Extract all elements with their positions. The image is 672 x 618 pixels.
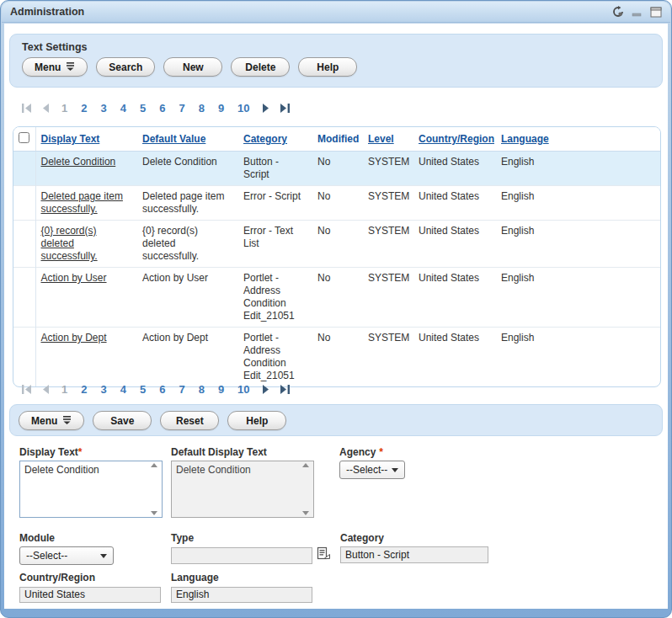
maximize-icon[interactable] — [650, 7, 662, 18]
menu-button[interactable]: Menu — [19, 411, 84, 430]
table-row: Deleted page item successfully.Deleted p… — [13, 186, 660, 221]
scroll-up-icon[interactable] — [302, 463, 309, 467]
type-label: Type — [171, 532, 331, 544]
page-link-6[interactable]: 6 — [159, 383, 165, 396]
page-link-9[interactable]: 9 — [218, 383, 224, 396]
help-button[interactable]: Help — [227, 411, 286, 430]
page-link-8[interactable]: 8 — [199, 383, 205, 396]
header-modified: Modified — [312, 127, 363, 152]
header-country[interactable]: Country/Region — [413, 127, 496, 152]
textarea-scrollbar[interactable] — [300, 463, 312, 515]
first-page-icon — [21, 385, 32, 394]
display-text-link[interactable]: Delete Condition — [41, 156, 116, 168]
display-text-cell: Action by User — [35, 268, 137, 328]
display-text-link[interactable]: {0} record(s) deleted successfully. — [41, 225, 98, 262]
header-language[interactable]: Language — [496, 127, 660, 152]
header-level[interactable]: Level — [363, 127, 413, 152]
module-select[interactable]: --Select-- — [19, 546, 114, 565]
titlebar: Administration — [2, 2, 670, 23]
page-link-10[interactable]: 10 — [237, 102, 249, 115]
header-category[interactable]: Category — [238, 127, 312, 152]
language-cell: English — [496, 152, 660, 186]
page-link-8[interactable]: 8 — [199, 102, 205, 115]
agency-select[interactable]: --Select-- — [339, 461, 405, 479]
select-all-cell — [13, 127, 35, 152]
reset-button[interactable]: Reset — [160, 411, 219, 430]
display-text-label: Display Text — [19, 446, 78, 458]
language-cell: English — [496, 268, 660, 328]
default-value-cell: Action by Dept — [137, 328, 238, 387]
refresh-icon[interactable] — [612, 6, 624, 18]
last-page-icon[interactable] — [280, 104, 291, 113]
pagination: 12345678910 — [16, 381, 296, 397]
page-link-5[interactable]: 5 — [140, 102, 146, 115]
display-text-link[interactable]: Deleted page item successfully. — [41, 190, 123, 215]
category-input — [340, 546, 488, 563]
modified-cell: No — [312, 328, 363, 387]
lookup-icon[interactable] — [317, 546, 331, 564]
module-label: Module — [19, 532, 114, 544]
last-page-icon[interactable] — [280, 385, 291, 394]
next-page-icon[interactable] — [262, 104, 269, 113]
textarea-scrollbar[interactable] — [148, 463, 160, 515]
display-text-link[interactable]: Action by User — [41, 272, 107, 284]
display-text-link[interactable]: Action by Dept — [41, 332, 107, 344]
page-link-1: 1 — [61, 102, 67, 115]
page-link-6[interactable]: 6 — [159, 102, 165, 115]
next-page-icon[interactable] — [262, 385, 269, 394]
page-link-2[interactable]: 2 — [81, 383, 87, 396]
first-page-icon — [21, 104, 32, 113]
page-link-5[interactable]: 5 — [140, 383, 146, 396]
modified-cell: No — [312, 221, 363, 268]
agency-select-value: --Select-- — [346, 464, 387, 476]
type-input[interactable] — [171, 547, 312, 564]
page-link-3[interactable]: 3 — [100, 383, 106, 396]
help-button[interactable]: Help — [298, 57, 357, 77]
page-link-4[interactable]: 4 — [120, 383, 126, 396]
type-field-group: Type — [171, 532, 331, 564]
minimize-icon[interactable] — [632, 7, 643, 18]
scroll-down-icon[interactable] — [302, 511, 309, 515]
search-button[interactable]: Search — [96, 57, 155, 77]
display-text-cell: {0} record(s) deleted successfully. — [35, 221, 137, 268]
language-cell: English — [496, 221, 660, 268]
display-text-cell: Deleted page item successfully. — [35, 186, 137, 221]
country-cell: United States — [413, 152, 496, 186]
page-link-2[interactable]: 2 — [81, 102, 87, 115]
table-row: Action by UserAction by UserPortlet - Ad… — [13, 268, 660, 328]
text-settings-panel: Text Settings Menu Search New Delete Hel… — [9, 34, 663, 88]
scroll-down-icon[interactable] — [151, 511, 157, 515]
prev-page-icon — [42, 385, 50, 394]
country-cell: United States — [413, 221, 496, 268]
default-display-text-field-group: Default Display Text Delete Condition — [171, 446, 314, 518]
modified-cell: No — [312, 268, 363, 328]
display-text-cell: Action by Dept — [35, 328, 137, 387]
agency-label: Agency — [339, 446, 376, 458]
delete-button[interactable]: Delete — [231, 57, 290, 77]
select-all-checkbox[interactable] — [19, 132, 29, 143]
default-display-text-label: Default Display Text — [171, 446, 314, 458]
default-value-cell: Deleted page item successfully. — [137, 186, 238, 221]
header-default-value[interactable]: Default Value — [137, 127, 238, 152]
modified-cell: No — [312, 152, 363, 186]
scroll-up-icon[interactable] — [151, 463, 157, 467]
category-cell: Button - Script — [238, 152, 312, 186]
menu-button[interactable]: Menu — [22, 57, 88, 77]
page-link-9[interactable]: 9 — [218, 102, 224, 115]
agency-field-group: Agency* --Select-- — [339, 446, 405, 479]
page-link-10[interactable]: 10 — [237, 383, 249, 396]
table-row: Action by DeptAction by DeptPortlet - Ad… — [13, 328, 660, 387]
prev-page-icon — [42, 104, 50, 113]
page-link-4[interactable]: 4 — [120, 102, 126, 115]
header-display-text[interactable]: Display Text — [35, 127, 137, 152]
new-button[interactable]: New — [163, 57, 222, 77]
page-link-7[interactable]: 7 — [179, 383, 184, 396]
level-cell: SYSTEM — [363, 268, 413, 328]
save-button[interactable]: Save — [93, 411, 152, 430]
module-select-value: --Select-- — [26, 550, 67, 562]
display-text-textarea[interactable]: Delete Condition — [19, 461, 163, 518]
page-link-7[interactable]: 7 — [179, 102, 184, 115]
panel-title: Text Settings — [22, 41, 650, 53]
page-link-3[interactable]: 3 — [100, 102, 106, 115]
module-field-group: Module --Select-- — [19, 532, 114, 565]
